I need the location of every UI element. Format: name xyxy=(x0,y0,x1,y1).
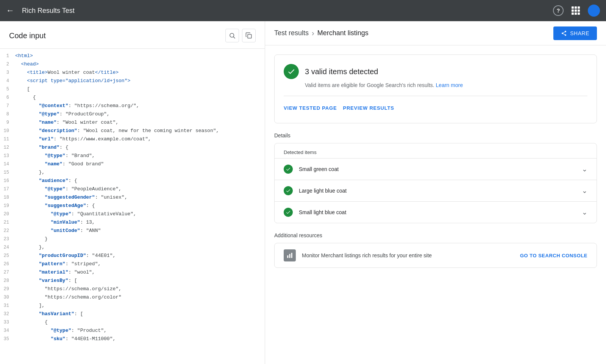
code-line: 33 { xyxy=(0,318,265,327)
user-avatar[interactable] xyxy=(588,5,600,17)
code-line: 22 "unitCode": "ANN" xyxy=(0,227,265,235)
valid-items-header: 3 valid items detected xyxy=(284,64,587,79)
toolbar-icons xyxy=(225,29,256,42)
line-content: "description": "Wool coat, new for the c… xyxy=(15,127,265,135)
line-number: 14 xyxy=(0,160,15,168)
code-line: 19 "suggestedAge": { xyxy=(0,202,265,210)
valid-check-circle xyxy=(284,64,299,79)
svg-line-1 xyxy=(233,37,235,38)
share-label: SHARE xyxy=(570,30,589,36)
back-button[interactable]: ← xyxy=(6,6,16,16)
apps-button[interactable] xyxy=(570,5,582,17)
code-line: 16 "audience": { xyxy=(0,177,265,185)
svg-point-0 xyxy=(230,33,234,37)
line-number: 27 xyxy=(0,268,15,277)
code-line: 7 "@context": "https://schema.org/", xyxy=(0,102,265,110)
view-tested-page-button[interactable]: VIEW TESTED PAGE xyxy=(284,102,337,114)
item-name-0: Small green coat xyxy=(299,166,582,172)
help-button[interactable]: ? xyxy=(553,5,564,16)
list-item[interactable]: Small light blue coat ⌄ xyxy=(275,202,597,223)
code-line: 23 } xyxy=(0,235,265,243)
line-number: 22 xyxy=(0,227,15,235)
code-line: 20 "@type": "QuantitativeValue", xyxy=(0,210,265,218)
code-line: 30 "https://schema.org/color" xyxy=(0,293,265,302)
code-line: 15 }, xyxy=(0,168,265,177)
line-content: "@type": "ProductGroup", xyxy=(15,110,265,118)
line-number: 5 xyxy=(0,85,15,93)
go-to-search-console-link[interactable]: GO TO SEARCH CONSOLE xyxy=(520,253,587,258)
line-number: 10 xyxy=(0,127,15,135)
check-small-icon xyxy=(286,166,291,172)
code-panel: Code input 1<html>2 <head>3 <title>Wool … xyxy=(0,21,265,364)
code-line: 27 "material": "wool", xyxy=(0,268,265,277)
item-name-2: Small light blue coat xyxy=(299,209,582,215)
help-icon: ? xyxy=(557,8,560,14)
line-content: "suggestedGender": "unisex", xyxy=(15,193,265,202)
line-number: 12 xyxy=(0,143,15,152)
results-panel: Test results › Merchant listings SHARE xyxy=(265,21,606,364)
line-number: 25 xyxy=(0,252,15,260)
breadcrumb-separator: › xyxy=(312,29,314,37)
list-item[interactable]: Large light blue coat ⌄ xyxy=(275,180,597,202)
back-arrow-icon: ← xyxy=(6,6,14,16)
line-content: ], xyxy=(15,302,265,310)
code-line: 18 "suggestedGender": "unisex", xyxy=(0,193,265,202)
line-number: 13 xyxy=(0,152,15,160)
code-panel-title: Code input xyxy=(9,31,46,40)
card-actions: VIEW TESTED PAGE PREVIEW RESULTS xyxy=(284,96,587,114)
top-nav: ← Rich Results Test ? xyxy=(0,0,606,21)
resource-text: Monitor Merchant listings rich results f… xyxy=(302,252,514,258)
code-editor[interactable]: 1<html>2 <head>3 <title>Wool winter coat… xyxy=(0,49,265,364)
code-line: 12 "brand": { xyxy=(0,143,265,152)
main-layout: Code input 1<html>2 <head>3 <title>Wool … xyxy=(0,21,606,364)
line-number: 11 xyxy=(0,135,15,143)
code-line: 2 <head> xyxy=(0,60,265,68)
line-number: 6 xyxy=(0,93,15,102)
line-number: 9 xyxy=(0,118,15,127)
line-content: "url": "https://www.example.com/coat", xyxy=(15,135,265,143)
code-line: 3 <title>Wool winter coat</title> xyxy=(0,68,265,77)
svg-rect-5 xyxy=(291,253,292,258)
search-button[interactable] xyxy=(225,29,239,42)
line-content: "audience": { xyxy=(15,177,265,185)
copy-button[interactable] xyxy=(242,29,256,42)
code-line: 1<html> xyxy=(0,52,265,60)
check-small-icon xyxy=(286,210,291,215)
line-number: 1 xyxy=(0,52,15,60)
line-content: "minValue": 13, xyxy=(15,218,265,227)
line-content: "material": "wool", xyxy=(15,268,265,277)
share-button[interactable]: SHARE xyxy=(553,26,597,40)
line-content: <head> xyxy=(15,60,265,68)
chevron-down-icon-1: ⌄ xyxy=(582,187,587,195)
code-line: 4 <script type="application/ld+json"> xyxy=(0,77,265,85)
preview-results-button[interactable]: PREVIEW RESULTS xyxy=(343,102,394,114)
line-content: "https://schema.org/color" xyxy=(15,293,265,302)
check-icon xyxy=(287,67,295,76)
search-console-icon xyxy=(284,249,296,261)
code-line: 5 [ xyxy=(0,85,265,93)
code-line: 11 "url": "https://www.example.com/coat"… xyxy=(0,135,265,143)
line-number: 21 xyxy=(0,218,15,227)
code-line: 17 "@type": "PeopleAudience", xyxy=(0,185,265,193)
additional-resources-card: Monitor Merchant listings rich results f… xyxy=(274,243,597,268)
bar-chart-icon xyxy=(286,252,293,259)
code-line: 8 "@type": "ProductGroup", xyxy=(0,110,265,118)
code-line: 26 "pattern": "striped", xyxy=(0,260,265,268)
item-check-icon-2 xyxy=(284,208,293,217)
learn-more-link[interactable]: Learn more xyxy=(436,82,463,88)
line-number: 26 xyxy=(0,260,15,268)
line-content: "@type": "Product", xyxy=(15,327,265,335)
breadcrumb-test-results[interactable]: Test results xyxy=(274,29,309,37)
line-content: "productGroupID": "44E01", xyxy=(15,252,265,260)
svg-rect-3 xyxy=(287,255,288,258)
line-number: 31 xyxy=(0,302,15,310)
line-content: "brand": { xyxy=(15,143,265,152)
chevron-down-icon-0: ⌄ xyxy=(582,165,587,173)
line-number: 23 xyxy=(0,235,15,243)
line-number: 2 xyxy=(0,60,15,68)
line-number: 15 xyxy=(0,168,15,177)
list-item[interactable]: Small green coat ⌄ xyxy=(275,159,597,180)
line-number: 30 xyxy=(0,293,15,302)
line-number: 16 xyxy=(0,177,15,185)
line-content: "@type": "QuantitativeValue", xyxy=(15,210,265,218)
